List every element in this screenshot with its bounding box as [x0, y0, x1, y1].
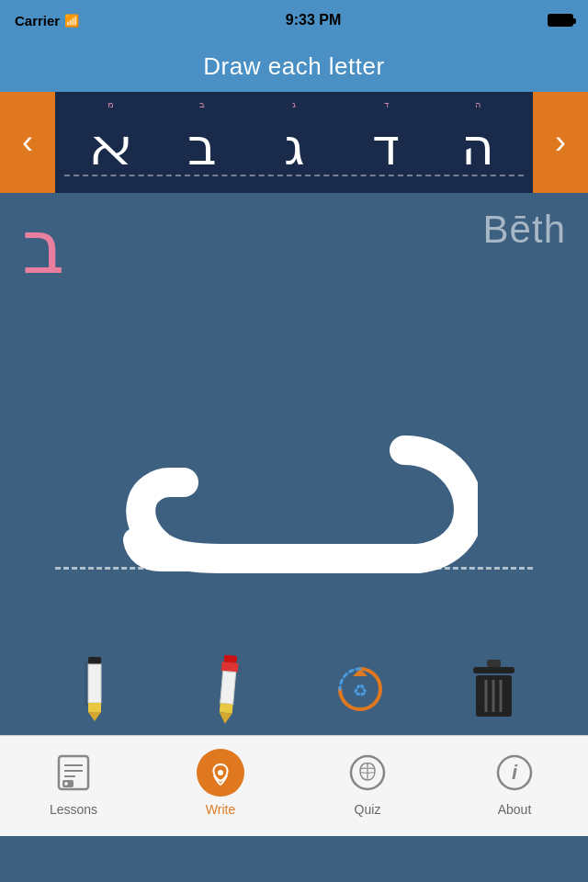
strip-letter-main-3: ג: [284, 122, 305, 173]
left-arrow-icon: ‹: [22, 126, 33, 159]
hebrew-letter-char: ב: [22, 207, 64, 288]
strip-letter-main-4: ד: [372, 122, 400, 173]
quiz-tab-label: Quiz: [355, 802, 381, 817]
about-icon: i: [496, 754, 533, 791]
svg-rect-5: [223, 654, 237, 662]
tab-bar: Lessons Write Quiz: [0, 735, 588, 836]
time-label: 9:33 PM: [286, 12, 341, 28]
battery-icon: [548, 14, 573, 27]
carrier-text: Carrier: [15, 13, 60, 28]
drawing-area[interactable]: Bēth ב: [0, 193, 588, 643]
quiz-icon: [349, 754, 386, 791]
pencil-red-icon: [201, 652, 253, 725]
svg-rect-1: [88, 664, 101, 703]
prev-letter-button[interactable]: ‹: [0, 92, 55, 193]
tab-about[interactable]: i About: [441, 736, 588, 836]
write-icon-container: [197, 749, 244, 797]
right-arrow-icon: ›: [555, 126, 566, 159]
beth-drawing-svg: [110, 395, 478, 579]
refresh-button[interactable]: ♻: [329, 657, 393, 721]
strip-letter-5[interactable]: ה ה: [432, 92, 524, 193]
strip-small-label-4: ד: [384, 99, 389, 109]
tools-bar: ♻: [0, 643, 588, 735]
svg-marker-9: [218, 712, 232, 724]
svg-rect-12: [473, 667, 514, 673]
carrier-label: Carrier 📶: [15, 13, 79, 28]
write-tab-label: Write: [206, 802, 235, 817]
status-bar: Carrier 📶 9:33 PM: [0, 0, 588, 40]
svg-rect-6: [220, 662, 238, 673]
pencil-black-icon: [72, 657, 118, 721]
pencil-red-button[interactable]: [196, 657, 260, 721]
pencil-black-button[interactable]: [62, 657, 127, 721]
strip-baseline: [64, 175, 524, 176]
svg-rect-13: [487, 660, 501, 667]
refresh-icon: ♻: [331, 660, 390, 719]
lessons-tab-label: Lessons: [50, 802, 97, 817]
svg-marker-3: [88, 712, 101, 721]
wifi-icon: 📶: [64, 14, 79, 28]
write-icon: [205, 757, 236, 788]
tab-lessons[interactable]: Lessons: [0, 736, 147, 836]
letter-strip: ‹ מ ﬡ ב ב ג ג ד ד ה ה ›: [0, 92, 588, 193]
strip-small-label-2: ב: [199, 99, 205, 109]
strip-letter-3[interactable]: ג ג: [248, 92, 340, 193]
svg-point-25: [218, 770, 223, 775]
quiz-icon-container: [344, 749, 391, 797]
hebrew-letter-reference: ב: [22, 211, 64, 285]
strip-letter-2[interactable]: ב ב: [156, 92, 248, 193]
svg-rect-8: [219, 703, 232, 713]
lessons-icon: [55, 754, 92, 791]
tab-quiz[interactable]: Quiz: [294, 736, 441, 836]
strip-letter-main-1: ﬡ: [89, 122, 132, 173]
lessons-icon-container: [50, 749, 97, 797]
drawn-letter: [110, 395, 478, 579]
strip-letter-1[interactable]: מ ﬡ: [64, 92, 156, 193]
strip-small-label-1: מ: [107, 99, 114, 109]
svg-text:♻: ♻: [353, 682, 368, 700]
letter-name-display: Bēth: [483, 208, 566, 252]
svg-rect-2: [88, 703, 101, 712]
about-tab-label: About: [498, 802, 532, 817]
svg-rect-0: [88, 657, 101, 664]
strip-letter-4[interactable]: ד ד: [340, 92, 432, 193]
strip-letter-main-5: ה: [461, 122, 494, 173]
svg-rect-7: [220, 671, 235, 704]
battery-area: [548, 14, 573, 27]
strip-small-label-5: ה: [475, 99, 481, 109]
next-letter-button[interactable]: ›: [533, 92, 588, 193]
trash-icon: [469, 660, 519, 719]
app-header: Draw each letter: [0, 40, 588, 92]
svg-rect-4: [85, 661, 88, 707]
drawing-baseline: [55, 567, 533, 570]
strip-small-label-3: ג: [292, 99, 296, 109]
strip-letter-main-2: ב: [187, 122, 217, 173]
trash-button[interactable]: [462, 657, 526, 721]
strip-letters-container: מ ﬡ ב ב ג ג ד ד ה ה: [0, 92, 588, 193]
tab-write[interactable]: Write: [147, 736, 294, 836]
header-title: Draw each letter: [203, 52, 384, 81]
svg-text:i: i: [512, 761, 518, 784]
about-icon-container: i: [491, 749, 538, 797]
